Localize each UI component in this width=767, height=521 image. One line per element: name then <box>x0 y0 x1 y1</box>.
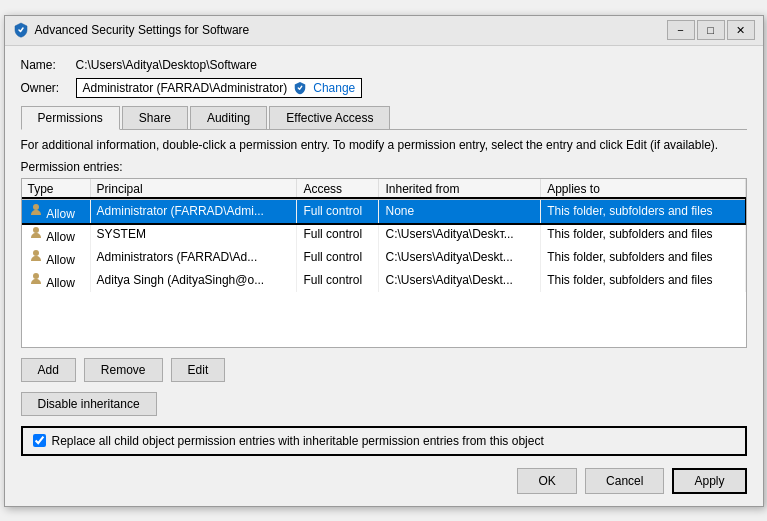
cell-access: Full control <box>297 199 379 223</box>
user-icon <box>28 225 44 241</box>
apply-button[interactable]: Apply <box>672 468 746 494</box>
close-button[interactable]: ✕ <box>727 20 755 40</box>
tab-share[interactable]: Share <box>122 106 188 129</box>
cell-inherited: C:\Users\Aditya\Deskt... <box>379 246 541 269</box>
cell-type: Allow <box>22 246 91 269</box>
window-content: Name: C:\Users\Aditya\Desktop\Software O… <box>5 46 763 506</box>
table-header-row: Type Principal Access Inherited from App… <box>22 179 746 200</box>
svg-point-3 <box>33 273 39 279</box>
cell-principal: Administrators (FARRAD\Ad... <box>90 246 297 269</box>
replace-permissions-checkbox[interactable] <box>33 434 46 447</box>
change-link[interactable]: Change <box>313 81 355 95</box>
svg-point-1 <box>33 227 39 233</box>
cell-applies: This folder, subfolders and files <box>541 269 745 292</box>
cell-type: Allow <box>22 223 91 246</box>
owner-box: Administrator (FARRAD\Administrator) Cha… <box>76 78 363 98</box>
name-label: Name: <box>21 58 76 72</box>
col-applies: Applies to <box>541 179 745 200</box>
cell-inherited: None <box>379 199 541 223</box>
user-icon <box>28 271 44 287</box>
col-principal: Principal <box>90 179 297 200</box>
cell-inherited: C:\Users\Aditya\Deskt... <box>379 269 541 292</box>
user-icon <box>28 248 44 264</box>
cell-principal: Administrator (FARRAD\Admi... <box>90 199 297 223</box>
cell-inherited: C:\Users\Aditya\Deskт... <box>379 223 541 246</box>
minimize-button[interactable]: − <box>667 20 695 40</box>
owner-row: Owner: Administrator (FARRAD\Administrat… <box>21 78 747 98</box>
cell-principal: SYSTEM <box>90 223 297 246</box>
user-icon <box>28 202 44 218</box>
col-inherited: Inherited from <box>379 179 541 200</box>
cell-applies: This folder, subfolders and files <box>541 246 745 269</box>
table-row[interactable]: AllowAditya Singh (AdityaSingh@o...Full … <box>22 269 746 292</box>
ok-button[interactable]: OK <box>517 468 577 494</box>
replace-permissions-row: Replace all child object permission entr… <box>21 426 747 456</box>
action-buttons-row: Add Remove Edit <box>21 358 747 382</box>
cell-type: Allow <box>22 199 91 223</box>
tab-permissions[interactable]: Permissions <box>21 106 120 130</box>
window-title: Advanced Security Settings for Software <box>35 23 250 37</box>
maximize-button[interactable]: □ <box>697 20 725 40</box>
shield-icon <box>293 81 307 95</box>
window-icon <box>13 22 29 38</box>
col-access: Access <box>297 179 379 200</box>
table-row[interactable]: AllowSYSTEMFull controlC:\Users\Aditya\D… <box>22 223 746 246</box>
name-row: Name: C:\Users\Aditya\Desktop\Software <box>21 58 747 72</box>
title-bar-left: Advanced Security Settings for Software <box>13 22 250 38</box>
title-bar: Advanced Security Settings for Software … <box>5 16 763 46</box>
info-text: For additional information, double-click… <box>21 138 747 152</box>
tab-bar: Permissions Share Auditing Effective Acc… <box>21 106 747 130</box>
svg-point-0 <box>33 204 39 210</box>
cell-access: Full control <box>297 223 379 246</box>
remove-button[interactable]: Remove <box>84 358 163 382</box>
table-row[interactable]: AllowAdministrator (FARRAD\Admi...Full c… <box>22 199 746 223</box>
owner-label: Owner: <box>21 81 76 95</box>
main-window: Advanced Security Settings for Software … <box>4 15 764 507</box>
cell-access: Full control <box>297 246 379 269</box>
edit-button[interactable]: Edit <box>171 358 226 382</box>
disable-inheritance-button[interactable]: Disable inheritance <box>21 392 157 416</box>
tab-effective-access[interactable]: Effective Access <box>269 106 390 129</box>
cell-principal: Aditya Singh (AdityaSingh@o... <box>90 269 297 292</box>
add-button[interactable]: Add <box>21 358 76 382</box>
owner-value: Administrator (FARRAD\Administrator) <box>83 81 288 95</box>
title-bar-controls: − □ ✕ <box>667 20 755 40</box>
bottom-buttons-row: OK Cancel Apply <box>21 468 747 494</box>
table-row[interactable]: AllowAdministrators (FARRAD\Ad...Full co… <box>22 246 746 269</box>
permissions-table-container[interactable]: Type Principal Access Inherited from App… <box>21 178 747 348</box>
table-body: AllowAdministrator (FARRAD\Admi...Full c… <box>22 199 746 292</box>
cell-applies: This folder, subfolders and files <box>541 223 745 246</box>
cell-type: Allow <box>22 269 91 292</box>
replace-permissions-label: Replace all child object permission entr… <box>52 434 544 448</box>
name-value: C:\Users\Aditya\Desktop\Software <box>76 58 257 72</box>
permissions-table: Type Principal Access Inherited from App… <box>22 179 746 292</box>
col-type: Type <box>22 179 91 200</box>
cancel-button[interactable]: Cancel <box>585 468 664 494</box>
perm-entries-label: Permission entries: <box>21 160 747 174</box>
cell-applies: This folder, subfolders and files <box>541 199 745 223</box>
cell-access: Full control <box>297 269 379 292</box>
svg-point-2 <box>33 250 39 256</box>
tab-auditing[interactable]: Auditing <box>190 106 267 129</box>
